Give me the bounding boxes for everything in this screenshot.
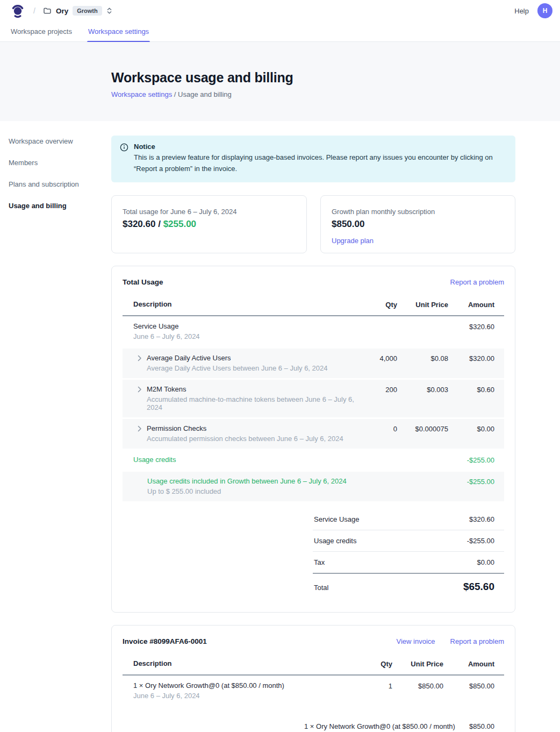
row-qty (354, 322, 397, 323)
row-title: Service Usage (133, 322, 354, 330)
invoice-line-row: 1 × Ory Network Growth@0 (at $850.00 / m… (123, 676, 504, 706)
sidebar-item-members[interactable]: Members (9, 159, 111, 180)
upgrade-plan-link[interactable]: Upgrade plan (332, 237, 374, 245)
folder-icon (43, 6, 52, 15)
plan-subscription-stat-card: Growth plan monthly subscription $850.00… (320, 195, 515, 253)
plan-badge: Growth (73, 6, 102, 16)
top-bar: / Ory Growth Help H (0, 0, 560, 22)
chevron-right-icon[interactable] (137, 385, 142, 411)
view-invoice-link[interactable]: View invoice (397, 637, 435, 645)
summary-label: Tax (313, 558, 325, 566)
summary-value: $850.00 (469, 722, 504, 730)
total-usage-card-title: Total Usage (123, 278, 163, 286)
row-unit-price (397, 322, 448, 323)
row-unit-price: $0.08 (397, 354, 448, 363)
invoice-summary: 1 × Ory Network Growth@0 (at $850.00 / m… (303, 716, 504, 732)
usage-included-amount: $255.00 (163, 219, 196, 229)
row-qty: 4,000 (354, 354, 397, 363)
breadcrumb-separator: / (33, 6, 35, 15)
summary-label: 1 × Ory Network Growth@0 (at $850.00 / m… (303, 722, 455, 730)
row-amount: $320.60 (448, 322, 504, 331)
summary-row-tax: Tax $0.00 (313, 552, 504, 574)
report-a-problem-link[interactable]: Report a problem (450, 278, 504, 286)
report-a-problem-link[interactable]: Report a problem (450, 637, 504, 645)
row-qty: 1 (360, 681, 392, 690)
sidebar-item-workspace-overview[interactable]: Workspace overview (9, 137, 111, 159)
total-usage-stat-card: Total usage for June 6 – July 6, 2024 $3… (111, 195, 307, 253)
summary-row-service-usage: Service Usage $320.60 (313, 509, 504, 530)
row-title: Usage credits (133, 456, 354, 464)
plan-stat-value: $850.00 (332, 219, 504, 230)
row-title: Permission Checks (147, 424, 343, 432)
stat-cards-row: Total usage for June 6 – July 6, 2024 $3… (111, 195, 515, 253)
notice-title: Notice (134, 143, 505, 151)
table-row-permission-checks: Permission Checks Accumulated permission… (123, 419, 504, 449)
row-unit-price: $850.00 (392, 681, 443, 690)
page-title: Workspace usage and billing (111, 70, 560, 86)
header-description: Description (123, 300, 354, 308)
sidebar-item-plans-and-subscription[interactable]: Plans and subscription (9, 180, 111, 202)
row-amount: $0.00 (448, 424, 504, 433)
breadcrumb-link-workspace-settings[interactable]: Workspace settings (111, 90, 172, 98)
row-subtitle: Up to $ 255.00 included (147, 487, 354, 495)
table-row-average-daily-active-users: Average Daily Active Users Average Daily… (123, 349, 504, 378)
summary-row-total: Total $65.60 (313, 574, 504, 599)
workspace-name: Ory (56, 7, 68, 15)
summary-label: Usage credits (313, 537, 356, 545)
row-unit-price: $0.000075 (397, 424, 448, 433)
breadcrumb-sep: / (172, 90, 178, 98)
summary-total-value: $65.60 (463, 581, 504, 593)
workspace-switcher[interactable]: Ory Growth (43, 6, 112, 16)
notice-banner: Notice This is a preview feature for dis… (111, 136, 515, 182)
summary-value: $320.60 (469, 515, 504, 523)
breadcrumb-current: Usage and billing (178, 90, 232, 98)
table-row-service-usage: Service Usage June 6 – July 6, 2024 $320… (123, 316, 504, 347)
row-subtitle: Average Daily Active Users between June … (147, 364, 328, 372)
summary-row-usage-credits: Usage credits -$255.00 (313, 530, 504, 552)
table-row-m2m-tokens: M2M Tokens Accumulated machine-to-machin… (123, 380, 504, 417)
table-row-usage-credits-included: Usage credits included in Growth between… (123, 472, 504, 501)
header-amount: Amount (448, 300, 504, 309)
help-link[interactable]: Help (514, 7, 529, 15)
info-icon (120, 143, 128, 175)
ory-logo-icon[interactable] (11, 4, 25, 18)
header-qty: Qty (360, 659, 392, 668)
invoice-table: Description Qty Unit Price Amount 1 × Or… (123, 654, 504, 706)
invoice-table-header: Description Qty Unit Price Amount (123, 654, 504, 676)
row-title: 1 × Ory Network Growth@0 (at $850.00 / m… (133, 681, 360, 690)
header-description: Description (123, 659, 360, 667)
table-row-usage-credits: Usage credits -$255.00 (123, 450, 504, 470)
usage-amount-separator: / (155, 219, 163, 229)
plan-stat-label: Growth plan monthly subscription (332, 208, 504, 216)
notice-body: This is a preview feature for displaying… (134, 152, 505, 175)
chevron-right-icon[interactable] (137, 424, 142, 443)
row-title: M2M Tokens (147, 385, 354, 393)
chevron-right-icon[interactable] (137, 354, 142, 372)
sidebar-item-usage-and-billing[interactable]: Usage and billing (9, 202, 111, 223)
tab-bar: Workspace projects Workspace settings (0, 22, 560, 42)
row-subtitle: June 6 – July 6, 2024 (133, 332, 354, 340)
main-content: Notice This is a preview feature for dis… (111, 121, 515, 732)
summary-total-label: Total (313, 584, 328, 592)
breadcrumb: Workspace settings / Usage and billing (111, 90, 560, 98)
tab-workspace-settings[interactable]: Workspace settings (87, 22, 150, 41)
selector-chevrons-icon (106, 7, 112, 15)
summary-row-line: 1 × Ory Network Growth@0 (at $850.00 / m… (303, 716, 504, 732)
row-title: Average Daily Active Users (147, 354, 328, 362)
row-qty: 200 (354, 385, 397, 394)
usage-used-amount: $320.60 (123, 219, 155, 229)
invoice-card-title: Invoice #8099AFA6-0001 (123, 637, 207, 645)
row-subtitle: June 6 – July 6, 2024 (133, 692, 360, 700)
row-unit-price: $0.003 (397, 385, 448, 394)
summary-value: -$255.00 (467, 537, 504, 545)
avatar[interactable]: H (537, 3, 552, 18)
header-unit-price: Unit Price (397, 300, 448, 309)
settings-sidebar: Workspace overview Members Plans and sub… (0, 121, 111, 223)
page-header: Workspace usage and billing Workspace se… (0, 42, 560, 121)
tab-workspace-projects[interactable]: Workspace projects (10, 22, 73, 41)
row-qty: 0 (354, 424, 397, 433)
header-unit-price: Unit Price (392, 659, 443, 668)
usage-table-header: Description Qty Unit Price Amount (123, 295, 504, 316)
row-amount: -$255.00 (448, 477, 504, 486)
row-amount: $850.00 (443, 681, 504, 690)
